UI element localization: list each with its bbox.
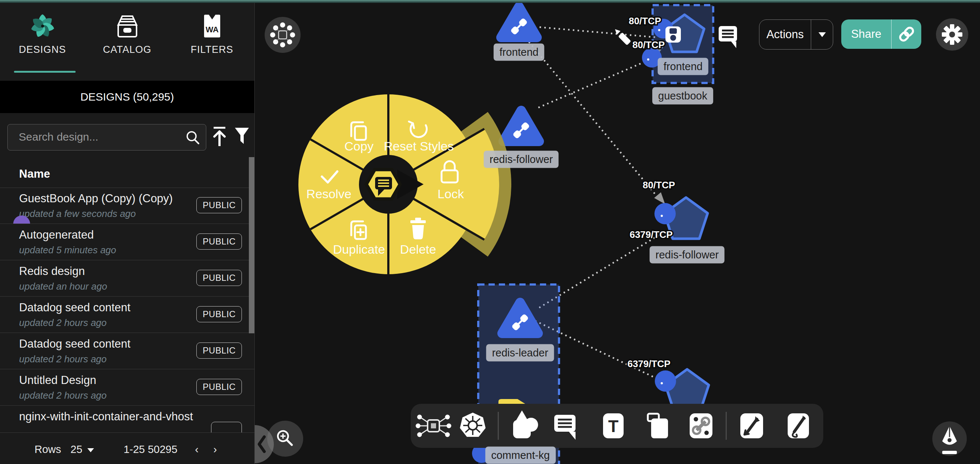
radial-item-label[interactable]: Duplicate — [333, 242, 385, 256]
filter-funnel-icon[interactable] — [232, 124, 251, 149]
visibility-badge: PUBLIC — [196, 306, 242, 322]
node-label: redis-follower — [484, 151, 558, 168]
tab-catalog-label: CATALOG — [103, 44, 151, 56]
radial-item-label[interactable]: Lock — [438, 187, 464, 201]
pen-nib-button[interactable] — [932, 421, 967, 456]
edge-frontend-redisfollower[interactable] — [529, 42, 661, 201]
actions-dropdown-toggle[interactable] — [811, 20, 833, 49]
scrollbar-thumb[interactable] — [249, 157, 255, 333]
list-item[interactable]: Redis design updated an hour ago PUBLIC — [0, 260, 255, 297]
tab-filters-label: FILTERS — [191, 44, 233, 56]
pencil-curl-icon[interactable] — [788, 413, 809, 438]
next-page-button[interactable]: › — [208, 433, 223, 464]
wasm-filter-icon: WA — [190, 13, 234, 39]
tab-catalog[interactable]: CATALOG — [85, 3, 170, 81]
chevron-left-icon — [255, 425, 274, 463]
search-icon — [185, 129, 201, 146]
chevron-down-icon[interactable] — [88, 448, 94, 452]
edge-label: 80/TCP — [643, 180, 675, 191]
edit-pencil-icon — [613, 27, 631, 45]
edge-label: 6379/TCP — [627, 358, 670, 369]
pagination-range: 1-25 50295 — [121, 433, 180, 464]
radial-item-label[interactable]: Reset Styles — [384, 139, 454, 153]
cluster-graph-button[interactable] — [265, 17, 301, 53]
search-row — [0, 113, 255, 157]
pen-arrow-icon[interactable] — [740, 413, 763, 438]
share-button[interactable]: Share — [841, 19, 921, 49]
pagination-bar: Rows 25 1-25 50295 ‹ › — [0, 432, 255, 464]
node-label: guestbook — [652, 88, 713, 105]
list-item[interactable]: Datadog seed content updated 2 hours ago… — [0, 333, 255, 369]
active-tab-indicator — [14, 71, 76, 73]
visibility-badge: PUBLIC — [196, 343, 242, 359]
meshery-logo-icon — [21, 13, 65, 39]
sidebar-collapse-handle[interactable] — [255, 425, 274, 463]
share-button-label[interactable]: Share — [841, 19, 891, 49]
edge-endpoint-badge[interactable] — [654, 203, 676, 224]
visibility-badge: PUBLIC — [196, 270, 242, 286]
previous-page-button[interactable]: ‹ — [189, 433, 204, 464]
rows-per-page-select[interactable]: 25 — [70, 433, 82, 464]
list-item[interactable]: GuestBook App (Copy) (Copy) updated a fe… — [0, 188, 255, 224]
tab-designs[interactable]: DESIGNS — [0, 3, 85, 81]
svg-text:WA: WA — [205, 25, 219, 34]
design-name: GuestBook App (Copy) (Copy) — [19, 192, 173, 205]
edge-guestbook-redisfollower-svc[interactable] — [536, 60, 649, 108]
design-name: Datadog seed content — [19, 301, 130, 314]
edge-frontend-guestbook[interactable] — [539, 27, 658, 37]
list-item[interactable]: Autogenerated updated 5 minutes ago PUBL… — [0, 224, 255, 260]
node-frontend-service[interactable] — [501, 6, 537, 37]
design-name: Redis design — [19, 265, 85, 278]
design-updated: updated 2 hours ago — [19, 317, 107, 328]
actions-button[interactable]: Actions — [759, 19, 833, 49]
design-updated: updated 2 hours ago — [19, 354, 107, 365]
design-name: Autogenerated — [19, 228, 94, 242]
design-name: Datadog seed content — [19, 337, 130, 351]
radial-context-menu: Copy Reset Styles Lock Delete Duplicate … — [298, 94, 511, 274]
text-tool-icon[interactable]: T — [603, 413, 624, 438]
sidebar: DESIGNS CATALOG WA — [0, 3, 255, 464]
upload-icon[interactable] — [210, 123, 229, 150]
edge-label: 80/TCP — [629, 16, 661, 26]
visibility-badge: PUBLIC — [196, 379, 242, 395]
search-box — [7, 124, 206, 150]
node-label: comment-kg — [485, 447, 556, 464]
design-updated: updated a few seconds ago — [19, 208, 136, 220]
list-item[interactable]: Untitled Design updated 2 hours ago PUBL… — [0, 369, 255, 406]
node-redis-follower-service[interactable] — [503, 110, 539, 141]
list-item[interactable]: Datadog seed content updated 2 hours ago… — [0, 297, 255, 333]
design-name: nginx-with-init-container-and-vhost — [19, 410, 193, 423]
settings-gear-button[interactable] — [936, 18, 968, 51]
tab-designs-label: DESIGNS — [19, 44, 66, 56]
catalog-icon — [105, 13, 150, 39]
node-label: redis-leader — [486, 344, 554, 362]
sidebar-tabs: DESIGNS CATALOG WA — [0, 3, 255, 81]
node-label: frontend — [658, 58, 708, 75]
edge-label: 80/TCP — [632, 39, 665, 50]
design-name: Untitled Design — [19, 374, 96, 387]
actions-button-label[interactable]: Actions — [759, 20, 811, 49]
visibility-badge: PUBLIC — [196, 233, 242, 250]
radial-item-label[interactable]: Delete — [400, 242, 436, 256]
radial-item-label[interactable]: Copy — [344, 139, 373, 153]
radial-item-label[interactable]: Resolve — [307, 187, 352, 201]
chain-link-icon[interactable] — [690, 413, 713, 438]
node-label: frontend — [494, 44, 544, 61]
comment-bubble-icon[interactable] — [719, 26, 737, 48]
list-item[interactable]: nginx-with-init-container-and-vhost — [0, 406, 255, 432]
design-updated: updated 2 hours ago — [19, 390, 107, 401]
edge-label: 6379/TCP — [630, 229, 673, 240]
share-link-button[interactable] — [891, 19, 921, 49]
designs-count-header: DESIGNS (50,295) — [0, 81, 255, 113]
design-list: GuestBook App (Copy) (Copy) updated a fe… — [0, 188, 255, 432]
top-accent-strip — [0, 0, 980, 3]
node-label: redis-follower — [650, 246, 725, 263]
search-input[interactable] — [18, 124, 181, 150]
tab-filters[interactable]: WA FILTERS — [170, 3, 255, 81]
edge-endpoint-badge[interactable] — [655, 370, 676, 392]
table-header: Name — [0, 157, 255, 188]
design-updated: updated an hour ago — [19, 281, 107, 292]
visibility-badge: PUBLIC — [196, 197, 242, 213]
column-name-header: Name — [19, 167, 50, 180]
link-icon — [896, 23, 918, 45]
